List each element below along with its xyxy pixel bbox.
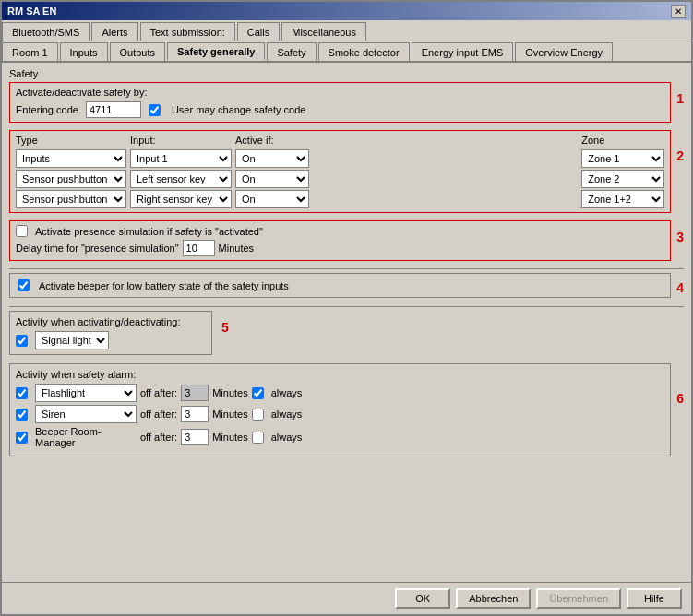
col-header-active: Active if:: [235, 135, 309, 146]
zone-select-3[interactable]: Zone 1+2: [581, 190, 664, 208]
presence-simulation-box: Activate presence simulation if safety i…: [9, 220, 671, 261]
input-select-2[interactable]: Left sensor key: [130, 170, 232, 188]
beeper-room-checkbox[interactable]: [16, 432, 28, 444]
activity-activating-device[interactable]: Signal light: [35, 331, 109, 349]
active-select-2[interactable]: On: [235, 170, 309, 188]
main-window: RM SA EN ✕ Bluetooth/SMS Alerts Text sub…: [0, 0, 693, 616]
sensor-row-1: Inputs Input 1 On Zone 1: [16, 149, 664, 168]
divider-2: [9, 306, 684, 307]
flashlight-always-checkbox[interactable]: [252, 387, 264, 399]
activate-deactivate-title: Activate/deactivate safety by:: [16, 87, 664, 98]
zone-select-2[interactable]: Zone 2: [581, 170, 664, 188]
sensor-row-3: Sensor pushbutton Right sensor key On Zo…: [16, 190, 664, 208]
tab-alerts[interactable]: Alerts: [91, 22, 137, 41]
ok-button[interactable]: OK: [395, 588, 450, 609]
activity-alarm-title: Activity when safety alarm:: [16, 369, 664, 380]
beeper-room-off-after-label: off after:: [140, 432, 177, 443]
siren-checkbox[interactable]: [16, 409, 28, 421]
input-select-3[interactable]: Right sensor key: [130, 190, 232, 208]
bottom-tab-bar: Room 1 Inputs Outputs Safety generally S…: [2, 41, 691, 63]
active-select-3[interactable]: On: [235, 190, 309, 208]
activate-deactivate-box: Activate/deactivate safety by: Entering …: [9, 82, 671, 123]
annotation-2: 2: [676, 148, 684, 163]
annotation-4: 4: [676, 280, 684, 295]
active-select-1[interactable]: On: [235, 149, 309, 168]
title-bar: RM SA EN ✕: [2, 2, 691, 20]
delay-time-input[interactable]: [183, 240, 215, 256]
beeper-room-off-after-value[interactable]: [181, 429, 209, 445]
siren-always-checkbox[interactable]: [252, 409, 264, 421]
divider-1: [9, 268, 684, 269]
user-may-change-checkbox[interactable]: [149, 104, 161, 116]
tab-outputs[interactable]: Outputs: [110, 42, 166, 61]
annotation-3: 3: [676, 230, 684, 244]
tab-overview-energy[interactable]: Overview Energy: [515, 42, 613, 61]
siren-off-after-value[interactable]: [181, 406, 209, 422]
alarm-row-beeper-room: Beeper Room-Manager off after: Minutes a…: [16, 426, 664, 448]
beeper-label: Activate beeper for low battery state of…: [39, 280, 289, 291]
flashlight-off-after-label: off after:: [140, 387, 177, 398]
beeper-room-always-checkbox[interactable]: [252, 432, 264, 444]
beeper-box: Activate beeper for low battery state of…: [9, 273, 671, 298]
flashlight-always-label: always: [271, 387, 303, 398]
tab-energy-input-ems[interactable]: Energy input EMS: [412, 42, 514, 61]
delay-time-label: Delay time for "presence simulation": [16, 243, 179, 254]
tab-safety-generally[interactable]: Safety generally: [167, 42, 265, 61]
tab-room1[interactable]: Room 1: [2, 42, 58, 61]
presence-simulation-label: Activate presence simulation if safety i…: [35, 226, 263, 237]
activity-activating-title: Activity when activating/deactivating:: [16, 316, 206, 327]
sensor-row-2: Sensor pushbutton Left sensor key On Zon…: [16, 170, 664, 188]
tab-miscellaneous[interactable]: Miscellaneous: [281, 22, 366, 41]
sensor-grid-box: Type Input: Active if: Zone Inputs Input…: [9, 130, 671, 213]
input-select-1[interactable]: Input 1: [130, 149, 232, 168]
flashlight-checkbox[interactable]: [16, 387, 28, 399]
entering-code-row: Entering code User may change safety cod…: [16, 101, 664, 118]
col-header-type: Type: [16, 135, 126, 146]
col-header-zone: Zone: [581, 135, 664, 146]
tab-bluetooth-sms[interactable]: Bluetooth/SMS: [2, 22, 90, 41]
apply-button[interactable]: Übernehmen: [536, 588, 621, 609]
col-header-input: Input:: [130, 135, 232, 146]
delay-row: Delay time for "presence simulation" Min…: [16, 240, 664, 256]
delay-unit-label: Minutes: [219, 243, 255, 254]
annotation-1: 1: [676, 91, 684, 106]
siren-off-after-label: off after:: [140, 409, 177, 420]
tab-inputs[interactable]: Inputs: [60, 42, 108, 61]
beeper-room-unit-label: Minutes: [212, 432, 248, 443]
annotation-6: 6: [676, 391, 684, 406]
footer: OK Abbrechen Übernehmen Hilfe: [2, 582, 691, 614]
type-select-2[interactable]: Sensor pushbutton: [16, 170, 126, 188]
top-tab-bar: Bluetooth/SMS Alerts Text submission: Ca…: [2, 20, 691, 41]
close-button[interactable]: ✕: [671, 5, 686, 18]
beeper-room-always-label: always: [271, 432, 303, 443]
beeper-checkbox[interactable]: [18, 279, 30, 291]
activity-activating-checkbox[interactable]: [16, 335, 28, 347]
type-select-1[interactable]: Inputs: [16, 149, 126, 168]
entering-code-input[interactable]: [86, 101, 141, 118]
alarm-row-flashlight: Flashlight off after: Minutes always: [16, 384, 664, 402]
siren-device[interactable]: Siren: [35, 405, 137, 423]
activity-alarm-box: Activity when safety alarm: Flashlight o…: [9, 363, 671, 456]
tab-smoke-detector[interactable]: Smoke detector: [318, 42, 410, 61]
help-button[interactable]: Hilfe: [627, 588, 682, 609]
cancel-button[interactable]: Abbrechen: [456, 588, 531, 609]
siren-unit-label: Minutes: [212, 409, 248, 420]
flashlight-device[interactable]: Flashlight: [35, 384, 137, 402]
siren-always-label: always: [271, 409, 303, 420]
flashlight-off-after-value[interactable]: [181, 385, 209, 401]
safety-section-label: Safety: [9, 68, 684, 79]
presence-simulation-checkbox[interactable]: [16, 225, 28, 237]
presence-checkbox-row: Activate presence simulation if safety i…: [16, 225, 664, 237]
entering-code-label: Entering code: [16, 104, 78, 115]
zone-select-1[interactable]: Zone 1: [581, 149, 664, 168]
type-select-3[interactable]: Sensor pushbutton: [16, 190, 126, 208]
tab-safety[interactable]: Safety: [267, 42, 316, 61]
annotation-5: 5: [221, 320, 229, 335]
beeper-room-device-label: Beeper Room-Manager: [35, 426, 137, 448]
tab-calls[interactable]: Calls: [237, 22, 280, 41]
tab-text-submission[interactable]: Text submission:: [140, 22, 235, 41]
main-content: Safety Activate/deactivate safety by: En…: [2, 63, 691, 582]
alarm-row-siren: Siren off after: Minutes always: [16, 405, 664, 423]
window-title: RM SA EN: [7, 6, 56, 17]
activity-activating-box: Activity when activating/deactivating: S…: [9, 311, 212, 355]
